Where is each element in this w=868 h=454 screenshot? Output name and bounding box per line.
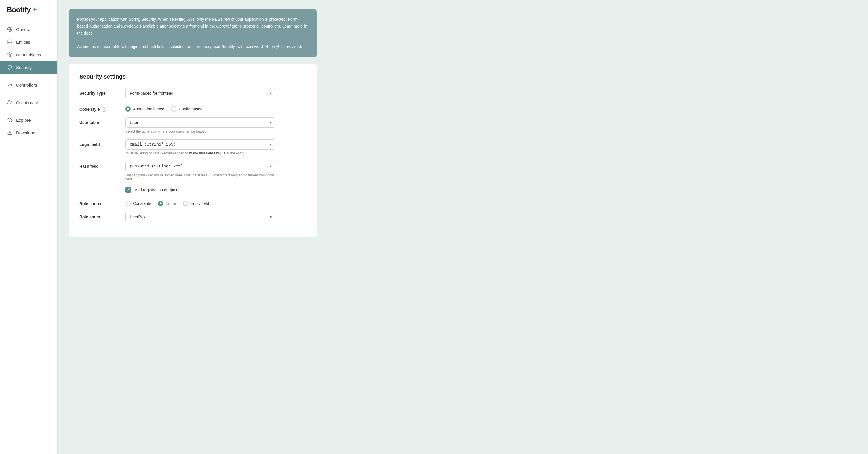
svg-point-8 (8, 118, 11, 121)
user-table-select-wrapper: User ▾ (125, 118, 275, 128)
role-source-row: Role source Constants Enum Entity field (80, 198, 306, 206)
sidebar-item-collaborate-label: Collaborate (16, 100, 38, 105)
settings-card: Security settings Security Type Form-bas… (69, 64, 317, 237)
main-content: Protect your application with Spring Sec… (58, 0, 868, 454)
role-enum-label: Role enum (80, 212, 125, 219)
sidebar-item-data-objects-label: Data Objects (16, 52, 41, 57)
config-based-label: Config based (179, 107, 203, 111)
download-icon (7, 130, 13, 135)
config-based-option[interactable]: Config based (171, 106, 203, 111)
layers-icon (7, 52, 13, 58)
constants-radio (125, 201, 131, 206)
sidebar-item-collaborate[interactable]: Collaborate (0, 96, 57, 109)
security-type-row: Security Type Form-based for frontend JW… (80, 88, 306, 98)
users-icon (7, 100, 13, 105)
sidebar-item-entities[interactable]: Entities (0, 36, 57, 48)
sidebar-item-controllers[interactable]: Controllers (0, 78, 57, 91)
code-style-row: Code style ? Annotation based Config bas… (80, 104, 306, 111)
annotation-based-option[interactable]: Annotation based (125, 106, 164, 111)
settings-title: Security settings (80, 73, 306, 80)
database-icon (7, 39, 13, 45)
constants-option[interactable]: Constants (125, 201, 151, 206)
hash-field-hint: Hashed password will be stored here. Mus… (125, 173, 275, 181)
hash-field-control: password (String* 255) ▾ Hashed password… (125, 161, 275, 181)
nav-divider-3 (7, 111, 50, 111)
sidebar-item-data-objects[interactable]: Data Objects (0, 48, 57, 61)
logo-arrow-icon: ✈ (33, 7, 37, 13)
info-italic: General tab (216, 24, 237, 29)
sidebar-item-download-label: Download (16, 130, 35, 135)
svg-point-7 (8, 100, 10, 102)
code-style-radio-group: Annotation based Config based (125, 104, 275, 111)
role-source-radio-group: Constants Enum Entity field (125, 198, 275, 206)
role-enum-select-wrapper: UserRole ▾ (125, 212, 275, 222)
sidebar-nav: General Entities Data Obje (0, 21, 57, 454)
hash-field-select[interactable]: password (String* 255) (125, 161, 275, 171)
svg-point-4 (9, 85, 10, 85)
role-enum-control: UserRole ▾ (125, 212, 275, 222)
sidebar-item-security-label: Security (16, 65, 32, 70)
logo-text: Bootify (7, 6, 31, 14)
annotation-based-label: Annotation based (133, 107, 164, 111)
svg-point-6 (10, 85, 11, 85)
config-based-radio (171, 106, 177, 111)
sidebar-item-download[interactable]: Download (0, 126, 57, 139)
role-source-label: Role source (80, 198, 125, 206)
role-enum-select[interactable]: UserRole (125, 212, 275, 222)
sidebar: Bootify ✈ General Entities (0, 0, 58, 454)
search-icon (7, 117, 13, 123)
code-icon (7, 82, 13, 88)
entity-field-label: Entity field (190, 201, 209, 206)
login-field-control: email (String* 255) ▾ Must be String or … (125, 139, 275, 155)
user-table-row: User table User ▾ Select the table from … (80, 118, 306, 133)
sidebar-item-general-label: General (16, 27, 31, 32)
svg-point-5 (9, 85, 9, 85)
role-enum-row: Role enum UserRole ▾ (80, 212, 306, 222)
enum-label: Enum (165, 201, 176, 206)
constants-label: Constants (133, 201, 151, 206)
sidebar-item-controllers-label: Controllers (16, 83, 37, 88)
login-field-label: Login field (80, 139, 125, 147)
security-type-label: Security Type (80, 88, 125, 96)
registration-endpoint-row: Add registration endpoint (125, 187, 306, 193)
sidebar-item-security[interactable]: Security (0, 61, 57, 74)
login-field-select[interactable]: email (String* 255) (125, 139, 275, 150)
code-style-help-icon[interactable]: ? (102, 107, 106, 111)
login-field-row: Login field email (String* 255) ▾ Must b… (80, 139, 306, 155)
user-table-label: User table (80, 118, 125, 125)
user-table-hint: Select the table from where your users w… (125, 129, 275, 133)
info-text-3: . (92, 31, 94, 35)
hash-field-label: Hash field (80, 161, 125, 169)
registration-endpoint-checkbox[interactable] (125, 187, 131, 193)
sidebar-item-general[interactable]: General (0, 23, 57, 36)
info-text-2: to protect all controllers. Learn more (237, 24, 304, 29)
registration-endpoint-label: Add registration endpoint (135, 188, 180, 192)
svg-point-2 (8, 40, 12, 41)
code-style-label: Code style ? (80, 104, 125, 111)
security-type-select[interactable]: Form-based for frontend JWT Keycloak (125, 88, 275, 98)
svg-line-9 (11, 121, 11, 122)
user-table-select[interactable]: User (125, 118, 275, 128)
globe-icon (7, 27, 13, 32)
login-field-hint: Must be String or Text. Recommended to m… (125, 151, 275, 155)
entity-field-option[interactable]: Entity field (183, 201, 209, 206)
logo: Bootify ✈ (0, 0, 57, 21)
enum-option[interactable]: Enum (158, 201, 176, 206)
info-text-4: As long as no user table with login and … (77, 44, 302, 49)
hash-field-select-wrapper: password (String* 255) ▾ (125, 161, 275, 171)
shield-icon (7, 64, 13, 70)
sidebar-item-entities-label: Entities (16, 40, 30, 44)
sidebar-item-explore[interactable]: Explore (0, 114, 57, 126)
annotation-based-radio (125, 106, 131, 111)
user-table-control: User ▾ Select the table from where your … (125, 118, 275, 133)
login-field-select-wrapper: email (String* 255) ▾ (125, 139, 275, 150)
hash-field-row: Hash field password (String* 255) ▾ Hash… (80, 161, 306, 181)
entity-field-radio (183, 201, 188, 206)
svg-marker-3 (8, 53, 12, 55)
sidebar-item-explore-label: Explore (16, 118, 31, 123)
code-style-control: Annotation based Config based (125, 104, 275, 111)
enum-radio (158, 201, 163, 206)
security-type-control: Form-based for frontend JWT Keycloak ▾ (125, 88, 275, 98)
info-box: Protect your application with Spring Sec… (69, 9, 317, 57)
security-type-select-wrapper: Form-based for frontend JWT Keycloak ▾ (125, 88, 275, 98)
